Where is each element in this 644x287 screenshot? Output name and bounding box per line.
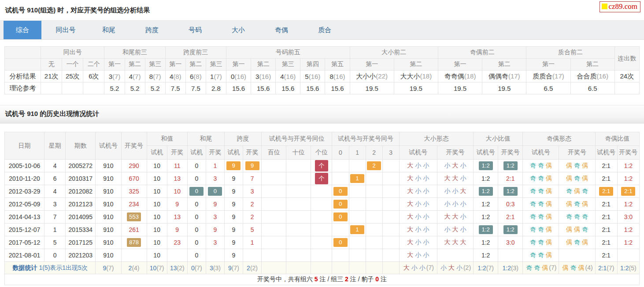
highlight-badge: 553 (127, 212, 141, 221)
logo-square-icon (602, 4, 607, 9)
highlight-badge: 1:2 (503, 187, 518, 196)
table-row: 日期星期期数试机号开奖号和值和尾跨度试机号与开奖号同位试机号与开奖号同号大小形态… (5, 132, 640, 146)
cell: 1:2 (474, 224, 498, 236)
column-header: 试机 (224, 146, 243, 160)
cell (262, 236, 286, 249)
cell: 0(7) (187, 262, 206, 274)
highlight-badge: 0 (189, 187, 204, 196)
cell (349, 236, 366, 249)
cell: 个 (311, 160, 332, 172)
cell: 1:2 (474, 160, 498, 172)
cell: 8(7) (145, 71, 165, 82)
cell: 1:2 (498, 185, 523, 198)
cell: 3 (206, 211, 224, 224)
column-header: 第四 (300, 59, 325, 71)
cell: 13 (167, 172, 187, 185)
cell: 8(16) (325, 71, 350, 82)
column-header: 开奖号 (121, 132, 147, 160)
cell: 0 (206, 185, 224, 198)
tab-hewei[interactable]: 和尾 (90, 21, 128, 39)
cell: 4(16) (276, 71, 300, 82)
tab-kuadu[interactable]: 跨度 (133, 21, 171, 39)
tab-daxiao[interactable]: 大小 (219, 21, 257, 39)
cell: 1:2 (474, 198, 498, 211)
cell (366, 172, 382, 185)
column-header: 第一 (165, 59, 185, 71)
cell: 2 (366, 160, 382, 172)
column-header: 和尾前三 (104, 47, 165, 59)
column-header: 开奖号 (498, 146, 523, 160)
cell: 1:2 (498, 160, 523, 172)
cell: 2:1 (595, 211, 617, 224)
cell: 15.6 (325, 82, 350, 94)
tab-zhihe[interactable]: 质合 (306, 21, 344, 39)
cell: 15.6 (251, 82, 276, 94)
cell: 1 (243, 236, 262, 249)
cell: 9 (167, 198, 187, 211)
cell: 1:2 (474, 172, 498, 185)
cell (382, 185, 399, 198)
cell: 910 (96, 198, 121, 211)
cell: 0 (332, 236, 349, 249)
cell: 0 (187, 224, 206, 236)
cell (382, 211, 399, 224)
table-row: 2015-12-071201533491026110909951大小小小大小1:… (5, 224, 640, 236)
column-header: 2 (366, 146, 382, 160)
cell: 15.6 (300, 82, 325, 94)
cell (286, 172, 311, 185)
column-header (5, 47, 41, 59)
cell: 大小小 (399, 185, 437, 198)
cell: 4(8) (165, 71, 185, 82)
cell: 2:1 (595, 224, 617, 236)
analysis-table: 同出号和尾前三跨度前三号码前五大小前二奇偶前二质合前二连出数无一个二个第一第二第… (4, 46, 640, 94)
table-row: 2012-03-2942012082910325101000930大小小小小大1… (5, 185, 640, 198)
cell: 7.5 (165, 82, 185, 94)
cell: 9 (224, 198, 243, 211)
cell: 1:2(7) (474, 262, 498, 274)
column-header: 开奖号 (617, 146, 639, 160)
cell: 6(8) (185, 71, 206, 82)
cell: 1:2(3) (498, 262, 523, 274)
table-row: 2005-10-064200527291029010110199个2大小小小大小… (5, 160, 640, 172)
tab-qiou[interactable]: 奇偶 (263, 21, 300, 39)
cell: 910 (96, 224, 121, 236)
cell: 7 (44, 211, 66, 224)
table-row: 开奖号中，共有组六 5 注 / 组三 2 注 / 豹子 0 注 (5, 274, 640, 285)
cell: 2014-04-13 (5, 211, 44, 224)
page-title: 试机号 910(组选) 时，对应开奖号的组选分析结果 (0, 0, 644, 15)
cell: 1:2 (617, 224, 639, 236)
cell: 1 (206, 160, 224, 172)
cell: 23 (167, 236, 187, 249)
column-header: 试机号与开奖号同号 (332, 132, 399, 146)
site-logo[interactable]: cz89.com (600, 1, 640, 12)
cell: 小大小(2) (437, 262, 473, 274)
cell: 0(16) (226, 71, 251, 82)
tab-zonghe[interactable]: 综合 (4, 21, 41, 39)
column-header: 第一 (526, 59, 570, 71)
cell: 3 (206, 236, 224, 249)
cell: 9 (224, 185, 243, 198)
cell: 5 (243, 224, 262, 236)
highlight-badge: 9 (245, 161, 259, 170)
cell: 0 (187, 236, 206, 249)
cell (382, 262, 399, 274)
cell (206, 249, 224, 262)
cell: 1:2 (617, 172, 639, 185)
highlight-badge: 2:1 (621, 187, 635, 196)
cell: 1:2 (617, 160, 639, 172)
cell (286, 249, 311, 262)
column-header: 一个 (62, 59, 83, 71)
cell: 9(7) (96, 262, 121, 274)
cell: 0 (187, 160, 206, 172)
cell (349, 211, 366, 224)
table-row: 2014-04-1372014095910553101303920大小小大大小1… (5, 211, 640, 224)
cell: 分析结果 (5, 71, 41, 82)
column-header: 0 (332, 146, 349, 160)
cell: 2021203 (66, 249, 96, 262)
tab-tongchuhao[interactable]: 同出号 (47, 21, 85, 39)
column-header: 试机 (187, 146, 206, 160)
highlight-badge: 0 (208, 187, 222, 196)
cell: 10 (147, 249, 167, 262)
tab-haoma[interactable]: 号码 (176, 21, 214, 39)
cell (349, 160, 366, 172)
